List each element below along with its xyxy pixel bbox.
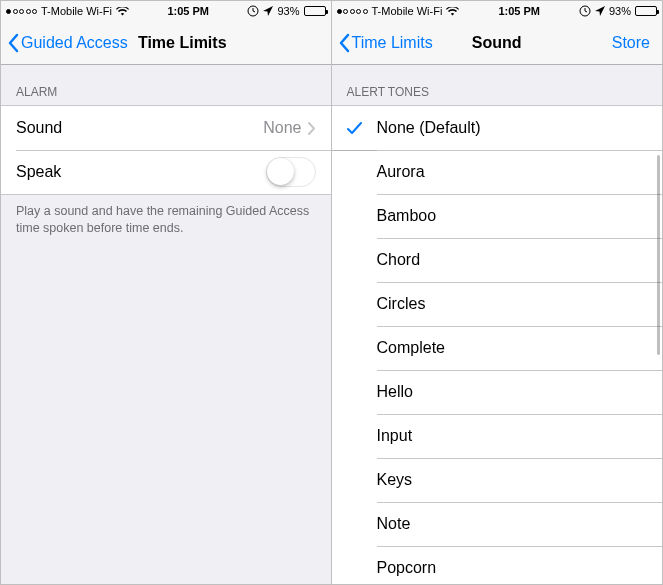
- nav-bar: Guided Access Time Limits: [1, 21, 331, 65]
- status-time: 1:05 PM: [498, 5, 540, 17]
- battery-percent: 93%: [277, 5, 299, 17]
- tone-label: None (Default): [377, 119, 481, 137]
- tone-row-none[interactable]: None (Default): [332, 106, 663, 150]
- checkmark-icon: [347, 122, 377, 135]
- chevron-right-icon: [308, 122, 316, 135]
- speak-row-label: Speak: [16, 163, 61, 181]
- phone-time-limits: T-Mobile Wi-Fi 1:05 PM 93% Guided Access…: [0, 0, 332, 585]
- rotation-lock-icon: [247, 5, 259, 17]
- location-icon: [263, 6, 273, 16]
- tone-row[interactable]: Popcorn: [332, 546, 663, 584]
- signal-strength-icon: [6, 9, 37, 14]
- back-label: Time Limits: [352, 34, 433, 52]
- back-button[interactable]: Time Limits: [332, 33, 433, 53]
- carrier-label: T-Mobile Wi-Fi: [372, 5, 443, 17]
- section-header-alarm: Alarm: [1, 65, 331, 105]
- toggle-knob: [267, 158, 294, 185]
- back-button[interactable]: Guided Access: [1, 33, 128, 53]
- store-button[interactable]: Store: [612, 34, 662, 52]
- back-label: Guided Access: [21, 34, 128, 52]
- battery-percent: 93%: [609, 5, 631, 17]
- wifi-icon: [116, 7, 129, 16]
- tone-row[interactable]: Chord: [332, 238, 663, 282]
- battery-icon: [635, 6, 657, 16]
- section-footer: Play a sound and have the remaining Guid…: [1, 195, 331, 245]
- tone-row[interactable]: Bamboo: [332, 194, 663, 238]
- tone-row[interactable]: Aurora: [332, 150, 663, 194]
- tone-label: Chord: [377, 251, 421, 269]
- battery-icon: [304, 6, 326, 16]
- content-area: Alert Tones None (Default) Aurora Bamboo…: [332, 65, 663, 584]
- speak-row: Speak: [1, 150, 331, 194]
- tone-label: Circles: [377, 295, 426, 313]
- tone-label: Bamboo: [377, 207, 437, 225]
- tone-list: None (Default) Aurora Bamboo Chord Circl…: [332, 105, 663, 584]
- status-time: 1:05 PM: [167, 5, 209, 17]
- tone-label: Aurora: [377, 163, 425, 181]
- wifi-icon: [446, 7, 459, 16]
- tone-label: Input: [377, 427, 413, 445]
- rotation-lock-icon: [579, 5, 591, 17]
- tone-row[interactable]: Input: [332, 414, 663, 458]
- page-title: Time Limits: [138, 34, 227, 52]
- sound-row-label: Sound: [16, 119, 62, 137]
- section-header-tones: Alert Tones: [332, 65, 663, 105]
- page-title: Sound: [472, 34, 522, 52]
- tone-row[interactable]: Note: [332, 502, 663, 546]
- tone-row[interactable]: Complete: [332, 326, 663, 370]
- status-bar: T-Mobile Wi-Fi 1:05 PM 93%: [1, 1, 331, 21]
- tone-label: Keys: [377, 471, 413, 489]
- signal-strength-icon: [337, 9, 368, 14]
- carrier-label: T-Mobile Wi-Fi: [41, 5, 112, 17]
- scrollbar[interactable]: [657, 155, 660, 355]
- chevron-left-icon: [338, 33, 350, 53]
- status-bar: T-Mobile Wi-Fi 1:05 PM 93%: [332, 1, 663, 21]
- location-icon: [595, 6, 605, 16]
- tone-label: Note: [377, 515, 411, 533]
- sound-row[interactable]: Sound None: [1, 106, 331, 150]
- tone-row[interactable]: Circles: [332, 282, 663, 326]
- nav-bar: Time Limits Sound Store: [332, 21, 663, 65]
- tone-label: Complete: [377, 339, 445, 357]
- tone-row[interactable]: Hello: [332, 370, 663, 414]
- sound-row-value: None: [263, 119, 301, 137]
- alarm-list: Sound None Speak: [1, 105, 331, 195]
- content-area: Alarm Sound None Speak Play a sound and …: [1, 65, 331, 584]
- chevron-left-icon: [7, 33, 19, 53]
- tone-row[interactable]: Keys: [332, 458, 663, 502]
- tone-label: Hello: [377, 383, 413, 401]
- phone-sound: T-Mobile Wi-Fi 1:05 PM 93% Time Limits S…: [332, 0, 664, 585]
- tone-label: Popcorn: [377, 559, 437, 577]
- speak-toggle[interactable]: [266, 157, 316, 187]
